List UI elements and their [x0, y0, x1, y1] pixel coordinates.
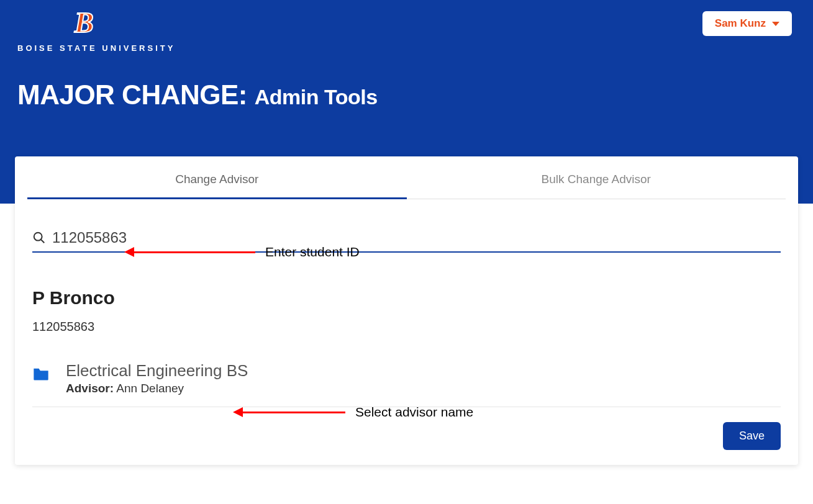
advisor-label: Advisor: — [66, 382, 114, 395]
brand-letter: B — [75, 9, 175, 37]
page-title: MAJOR CHANGE: Admin Tools — [17, 79, 378, 110]
arrow-left-icon — [233, 407, 243, 417]
folder-icon — [32, 366, 50, 381]
major-row: Electrical Engineering BS Advisor: Ann D… — [32, 361, 781, 407]
arrow-left-icon — [124, 247, 134, 257]
user-menu[interactable]: Sam Kunz — [702, 11, 792, 36]
arrow-line — [243, 412, 345, 413]
major-info: Electrical Engineering BS Advisor: Ann D… — [66, 361, 248, 395]
advisor-name[interactable]: Ann Delaney — [116, 382, 184, 395]
annotation-text: Enter student ID — [265, 245, 360, 259]
svg-line-1 — [41, 240, 45, 243]
annotation-select-advisor: Select advisor name — [233, 405, 473, 420]
annotation-enter-student-id: Enter student ID — [124, 245, 360, 259]
student-id: 112055863 — [32, 320, 781, 334]
student-id-search-input[interactable] — [52, 229, 781, 246]
tabs: Change Advisor Bulk Change Advisor — [15, 156, 798, 199]
student-name: P Bronco — [32, 287, 781, 308]
user-name: Sam Kunz — [715, 17, 766, 30]
page-title-sub: Admin Tools — [255, 85, 378, 109]
advisor-line: Advisor: Ann Delaney — [66, 382, 248, 395]
arrow-line — [134, 251, 255, 253]
page-title-main: MAJOR CHANGE: — [17, 79, 247, 110]
search-icon — [32, 231, 46, 245]
svg-point-0 — [34, 233, 42, 241]
annotation-text: Select advisor name — [355, 405, 473, 420]
caret-down-icon — [772, 22, 779, 26]
save-button[interactable]: Save — [723, 422, 781, 450]
brand-logo: B BOISE STATE UNIVERSITY — [17, 9, 175, 53]
tab-change-advisor[interactable]: Change Advisor — [27, 156, 407, 199]
tab-bulk-change-advisor[interactable]: Bulk Change Advisor — [407, 156, 786, 199]
major-name: Electrical Engineering BS — [66, 361, 248, 380]
brand-name: BOISE STATE UNIVERSITY — [17, 43, 175, 53]
